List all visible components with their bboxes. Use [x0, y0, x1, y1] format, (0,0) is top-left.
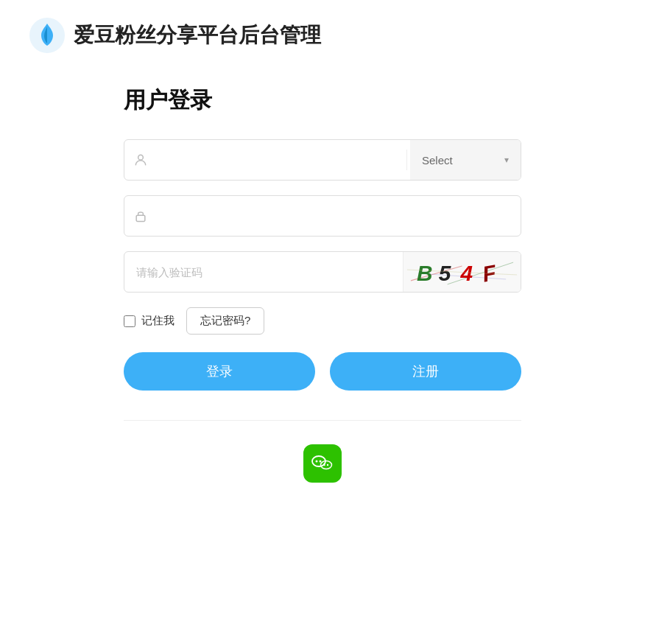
- app-title: 爱豆粉丝分享平台后台管理: [74, 21, 321, 49]
- svg-rect-2: [136, 215, 145, 221]
- svg-point-17: [327, 464, 328, 466]
- remember-checkbox[interactable]: [124, 315, 135, 327]
- user-icon: [124, 153, 157, 167]
- captcha-row: B 5 4 F: [124, 251, 521, 293]
- lock-icon: [124, 209, 157, 223]
- register-button[interactable]: 注册: [330, 352, 521, 391]
- password-input[interactable]: [157, 196, 521, 236]
- username-input-group: Select ▾: [124, 139, 521, 181]
- page-title: 用户登录: [124, 85, 212, 116]
- select-label: Select: [422, 154, 453, 167]
- remember-label[interactable]: 记住我: [124, 314, 175, 328]
- logo: [29, 18, 65, 53]
- captcha-image[interactable]: B 5 4 F: [403, 252, 521, 292]
- captcha-group: B 5 4 F: [124, 251, 521, 293]
- svg-point-1: [138, 155, 144, 160]
- svg-point-14: [320, 461, 322, 463]
- password-row: [124, 195, 521, 237]
- svg-text:5: 5: [439, 261, 451, 285]
- remember-text: 记住我: [141, 314, 175, 328]
- password-input-group: [124, 195, 521, 237]
- chevron-down-icon: ▾: [504, 155, 509, 165]
- svg-text:B: B: [417, 261, 433, 285]
- role-select-button[interactable]: Select ▾: [410, 140, 521, 180]
- wechat-login-button[interactable]: [303, 444, 342, 483]
- username-input[interactable]: [157, 140, 403, 180]
- header: 爱豆粉丝分享平台后台管理: [0, 0, 645, 71]
- buttons-row: 登录 注册: [124, 352, 521, 391]
- divider-line: [124, 420, 521, 421]
- main-form-container: 用户登录 Select ▾: [94, 71, 551, 542]
- divider: [406, 150, 407, 170]
- login-button[interactable]: 登录: [124, 352, 315, 391]
- forgot-password-button[interactable]: 忘记密码?: [186, 307, 264, 335]
- svg-point-16: [323, 464, 325, 466]
- svg-point-13: [316, 461, 318, 463]
- social-login-row: [124, 444, 521, 512]
- username-row: Select ▾: [124, 139, 521, 181]
- captcha-input[interactable]: [124, 252, 403, 292]
- options-row: 记住我 忘记密码?: [124, 307, 521, 335]
